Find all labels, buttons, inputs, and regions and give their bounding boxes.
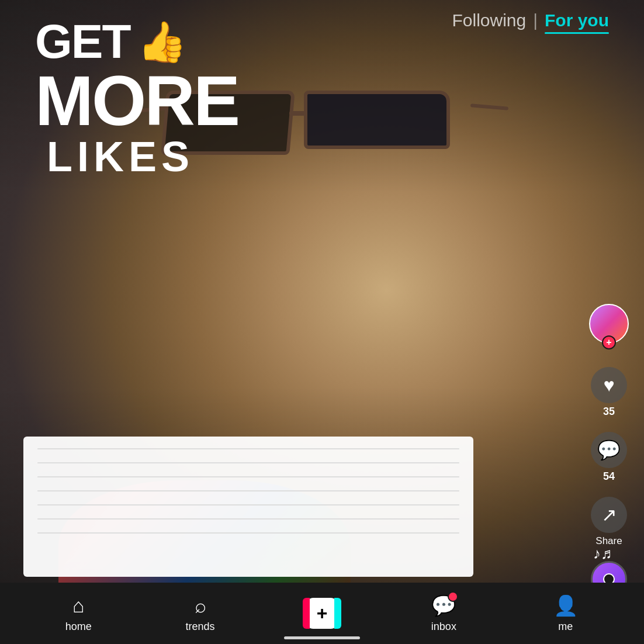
comment-action[interactable]: 💬 54: [591, 432, 627, 483]
plus-icon: +: [317, 603, 328, 624]
home-label: home: [65, 621, 92, 633]
music-note-icon: ♪♬: [593, 545, 612, 563]
heart-icon: ♥: [604, 375, 615, 396]
for-you-tab[interactable]: For you: [545, 11, 609, 30]
nav-create[interactable]: +: [299, 598, 345, 629]
profile-action[interactable]: +: [589, 304, 629, 344]
content-line-6: [37, 518, 459, 520]
home-indicator: [284, 636, 360, 639]
comment-icon: 💬: [597, 439, 621, 461]
nav-home[interactable]: ⌂ home: [55, 594, 102, 633]
comment-count: 54: [603, 470, 615, 483]
inbox-icon-wrapper: 💬: [431, 594, 456, 617]
like-action[interactable]: ♥ 35: [591, 367, 627, 418]
nav-inbox[interactable]: 💬 inbox: [420, 594, 467, 633]
nav-me[interactable]: 👤 me: [542, 594, 589, 633]
create-button[interactable]: +: [306, 598, 338, 629]
like-count: 35: [603, 406, 615, 418]
profile-icon: 👤: [553, 594, 578, 617]
trends-label: trends: [186, 621, 215, 633]
home-icon: ⌂: [72, 594, 85, 617]
comment-icon-circle[interactable]: 💬: [591, 432, 627, 468]
share-icon: ↗: [601, 504, 617, 526]
headline-likes-text: LIKES: [47, 136, 238, 178]
top-nav: Following | For you: [0, 0, 644, 41]
inbox-badge: [448, 591, 458, 602]
following-tab[interactable]: Following: [452, 11, 526, 30]
nav-trends[interactable]: ⌕ trends: [177, 594, 224, 633]
content-box: [23, 437, 473, 577]
avatar-container[interactable]: +: [589, 304, 629, 344]
right-sidebar: + ♥ 35 💬 54 ↗ Share ♪♬ Music: [583, 304, 635, 611]
search-icon: ⌕: [195, 594, 206, 617]
me-label: me: [558, 621, 573, 633]
sunglasses-lens-right: [304, 91, 450, 149]
content-line-5: [37, 504, 459, 505]
headline-more-text: MORE: [35, 65, 238, 136]
nav-divider: |: [533, 11, 538, 30]
content-line-4: [37, 490, 459, 491]
content-line-7: [37, 532, 459, 534]
share-icon-circle[interactable]: ↗: [591, 497, 627, 533]
content-line-3: [37, 476, 459, 477]
headline-block: GET 👍 MORE LIKES: [35, 18, 238, 178]
follow-button[interactable]: +: [602, 335, 616, 349]
content-line-2: [37, 462, 459, 463]
bottom-nav: ⌂ home ⌕ trends + 💬 inbox 👤 me: [0, 583, 644, 644]
inbox-label: inbox: [431, 621, 456, 633]
like-icon-circle[interactable]: ♥: [591, 367, 627, 403]
content-line-1: [37, 448, 459, 449]
share-action[interactable]: ↗ Share: [591, 497, 627, 547]
